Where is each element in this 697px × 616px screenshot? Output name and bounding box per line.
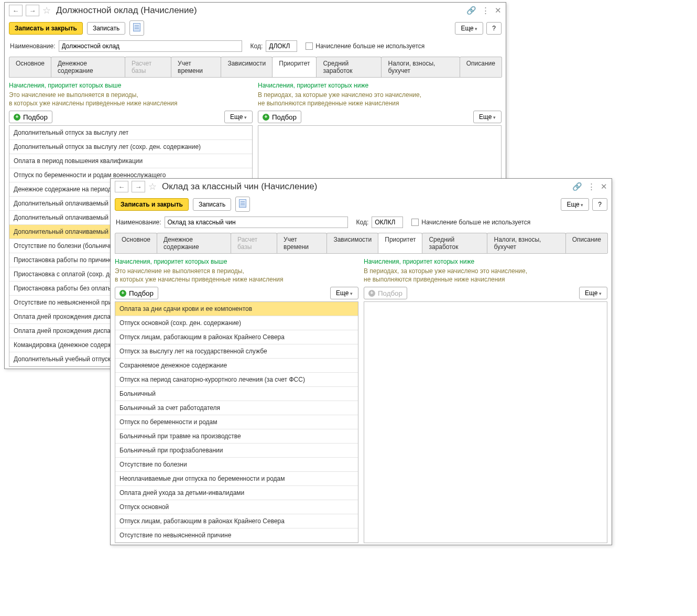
document-button[interactable] — [129, 20, 144, 36]
panel-more-button[interactable]: Еще — [224, 111, 253, 123]
help-button[interactable]: ? — [592, 198, 607, 211]
podbor-button[interactable]: + Подбор — [9, 111, 52, 123]
name-label: Наименование: — [10, 42, 56, 50]
panel-more-button[interactable]: Еще — [473, 111, 502, 123]
save-button[interactable]: Записать — [87, 22, 125, 35]
close-icon[interactable]: ✕ — [601, 182, 607, 191]
list-item[interactable]: Оплата дней ухода за детьми-инвалидами — [115, 486, 358, 500]
tab-описание[interactable]: Описание — [565, 233, 608, 253]
priority-higher-panel: Начисления, приоритет которых выше Это н… — [115, 258, 358, 543]
list-item[interactable]: Оплата за дни сдачи крови и ее компонент… — [115, 302, 358, 316]
nav-forward-button[interactable]: → — [132, 181, 145, 192]
content-area: Начисления, приоритет которых выше Это н… — [111, 254, 612, 547]
unused-label: Начисление больше не используется — [315, 42, 424, 50]
save-button[interactable]: Записать — [193, 198, 231, 211]
save-close-button[interactable]: Записать и закрыть — [115, 198, 189, 211]
nav-back-button[interactable]: ← — [115, 181, 128, 192]
save-close-button[interactable]: Записать и закрыть — [9, 22, 83, 35]
form-row-name: Наименование: Код: Начисление больше не … — [111, 214, 612, 231]
name-label: Наименование: — [116, 219, 161, 226]
tab-расчет-базы[interactable]: Расчет базы — [125, 57, 171, 77]
tab-налоги-взносы-бухучет[interactable]: Налоги, взносы, бухучет — [381, 57, 460, 77]
link-icon[interactable]: 🔗 — [572, 182, 582, 191]
code-input[interactable] — [266, 40, 297, 52]
document-button[interactable] — [235, 197, 250, 212]
list-item[interactable]: Отпуск лицам, работающим в районах Крайн… — [115, 514, 358, 528]
list-item[interactable]: Неоплачиваемые дни отпуска по беременнос… — [115, 472, 358, 486]
toolbar: Записать и закрыть Записать Еще ? — [111, 194, 612, 214]
unused-checkbox[interactable] — [306, 42, 313, 50]
priority-lower-panel: Начисления, приоритет которых ниже В пер… — [364, 258, 607, 543]
list-item[interactable]: Отпуск по беременности и родам — [115, 415, 358, 429]
panel-desc-lower: В периодах, за которые уже начислено это… — [364, 267, 607, 284]
list-item[interactable]: Сохраняемое денежное содержание — [115, 359, 358, 373]
tab-расчет-базы[interactable]: Расчет базы — [231, 233, 277, 253]
tab-зависимости[interactable]: Зависимости — [326, 233, 378, 253]
tab-учет-времени[interactable]: Учет времени — [171, 57, 221, 77]
list-item[interactable]: Прогул — [115, 543, 358, 543]
code-input[interactable] — [372, 217, 403, 228]
tab-налоги-взносы-бухучет[interactable]: Налоги, взносы, бухучет — [487, 233, 565, 253]
name-input[interactable] — [165, 217, 348, 228]
list-item[interactable]: Отсутствие по невыясненной причине — [115, 528, 358, 543]
list-item[interactable]: Отпуск на период санаторно-курортного ле… — [115, 373, 358, 387]
nav-forward-button[interactable]: → — [26, 5, 39, 16]
list-item[interactable]: Отсутствие по болезни — [115, 458, 358, 472]
tabs-win2: ОсновноеДенежное содержаниеРасчет базыУч… — [115, 233, 607, 254]
panel-title-higher: Начисления, приоритет которых выше — [115, 258, 358, 265]
name-input[interactable] — [59, 40, 242, 52]
form-row-name: Наименование: Код: Начисление больше не … — [5, 38, 506, 55]
document-icon — [133, 23, 140, 31]
list-item[interactable]: Больничный при травме на производстве — [115, 429, 358, 444]
tab-основное[interactable]: Основное — [9, 57, 51, 77]
tab-учет-времени[interactable]: Учет времени — [277, 233, 327, 253]
list-item[interactable]: Отпуск основной — [115, 500, 358, 514]
panel-desc-higher: Это начисление не выполняется в периоды,… — [115, 267, 358, 284]
tab-зависимости[interactable]: Зависимости — [221, 57, 273, 77]
tab-средний-заработок[interactable]: Средний заработок — [316, 57, 382, 77]
list-item[interactable]: Отпуск за выслугу лет на государственной… — [115, 344, 358, 359]
link-icon[interactable]: 🔗 — [466, 6, 476, 15]
plus-icon: + — [14, 114, 20, 121]
podbor-button[interactable]: + Подбор — [258, 111, 301, 123]
document-icon — [239, 199, 246, 208]
help-button[interactable]: ? — [486, 22, 502, 35]
list-item[interactable]: Дополнительный отпуск за выслугу лет (со… — [9, 140, 252, 154]
more-button[interactable]: Еще — [561, 198, 589, 211]
tab-приоритет[interactable]: Приоритет — [272, 57, 317, 77]
star-icon[interactable]: ☆ — [42, 5, 51, 16]
more-icon[interactable]: ⋮ — [587, 182, 595, 191]
podbor-button[interactable]: + Подбор — [364, 287, 407, 299]
tab-средний-заработок[interactable]: Средний заработок — [422, 233, 487, 253]
unused-checkbox[interactable] — [411, 219, 419, 226]
close-icon[interactable]: ✕ — [495, 6, 502, 15]
window-title: Должностной оклад (Начисление) — [56, 5, 197, 16]
podbor-button[interactable]: + Подбор — [115, 287, 158, 299]
tab-описание[interactable]: Описание — [460, 57, 502, 77]
tab-денежное-содержание[interactable]: Денежное содержание — [157, 233, 231, 253]
tab-приоритет[interactable]: Приоритет — [378, 233, 422, 253]
panel-title-lower: Начисления, приоритет которых ниже — [258, 82, 502, 89]
tab-денежное-содержание[interactable]: Денежное содержание — [51, 57, 125, 77]
window-title: Оклад за классный чин (Начисление) — [162, 181, 317, 192]
more-icon[interactable]: ⋮ — [482, 6, 489, 15]
list-item[interactable]: Больничный — [115, 387, 358, 401]
list-higher-win2[interactable]: Оплата за дни сдачи крови и ее компонент… — [115, 301, 358, 543]
panel-desc-higher: Это начисление не выполняется в периоды,… — [9, 91, 253, 107]
list-item[interactable]: Больничный за счет работодателя — [115, 401, 358, 415]
list-item[interactable]: Отпуск основной (сохр. ден. содержание) — [115, 316, 358, 330]
star-icon[interactable]: ☆ — [148, 181, 157, 192]
list-item[interactable]: Дополнительный отпуск за выслугу лет — [9, 126, 252, 140]
nav-back-button[interactable]: ← — [9, 5, 23, 16]
list-lower-win2[interactable] — [364, 301, 607, 543]
list-item[interactable]: Больничный при профзаболевании — [115, 444, 358, 458]
more-button[interactable]: Еще — [455, 22, 483, 35]
plus-icon: + — [119, 290, 126, 297]
tab-основное[interactable]: Основное — [115, 233, 157, 253]
panel-title-lower: Начисления, приоритет которых ниже — [364, 258, 607, 265]
list-item[interactable]: Отпуск лицам, работающим в районах Крайн… — [115, 330, 358, 344]
titlebar: ← → ☆ Оклад за классный чин (Начисление)… — [111, 179, 612, 194]
panel-more-button[interactable]: Еще — [579, 287, 607, 299]
list-item[interactable]: Оплата в период повышения квалификации — [9, 154, 252, 168]
panel-more-button[interactable]: Еще — [330, 287, 358, 299]
